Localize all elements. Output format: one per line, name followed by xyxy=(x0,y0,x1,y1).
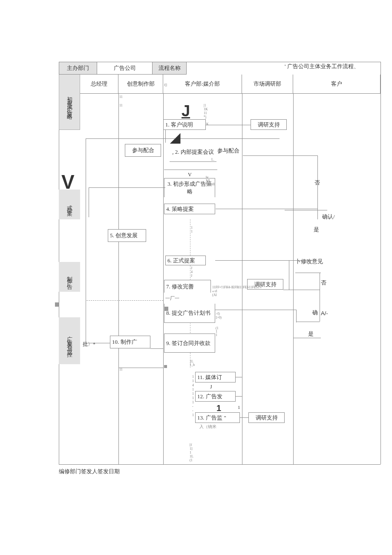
noise: J 4 J xyxy=(191,266,193,278)
col-research: 市场调研部 xyxy=(242,75,293,94)
header-dept-value: 广告公司 xyxy=(97,62,153,75)
flow-diagram: 主办部门 广告公司 流程名称 ' 广告公司主体业务工作流程、 总经理 创意制作部… xyxy=(59,62,380,466)
noise: 11FF=!1FH4-IEFBl11FES11FES1V «-rl (Al xyxy=(212,285,262,297)
no-2: 否 xyxy=(321,279,326,287)
header-dept-label: 主办部门 xyxy=(59,62,97,75)
noise: 11 xyxy=(119,95,123,99)
decor-square-left xyxy=(55,302,59,307)
header-flow-value: ' 广告公司主体业务工作流程、 xyxy=(285,63,359,70)
yes-2: 是 xyxy=(308,330,314,338)
phase-proposal: 式提案 xyxy=(59,190,80,219)
end-label: 入（纳米 xyxy=(199,424,216,430)
noise: [f 1] 1 1L (1 xyxy=(190,443,193,462)
confirm-label: 确认/ xyxy=(322,213,335,221)
noise: K xyxy=(206,122,209,126)
noise: 1 1 xyxy=(191,226,193,233)
arrow-1: 1 xyxy=(216,403,221,413)
col-customer: 客户 xyxy=(293,75,380,94)
step-1: 1. 客户说明 xyxy=(163,119,206,130)
que: 确 xyxy=(312,309,318,316)
noise: 1 1 4 1 1 1 1 - - 1 xyxy=(192,375,194,417)
noise: (1 1 1 xyxy=(216,327,219,337)
step-4: 4. 策略提案 xyxy=(164,204,215,214)
col-creative: 创意制作部 xyxy=(118,75,163,94)
noise: >I) ]>0) xyxy=(216,312,222,319)
one-right: 1 xyxy=(238,405,240,410)
small-v: V xyxy=(188,172,192,178)
step-12: 12. 广告发 xyxy=(195,391,236,402)
av: A/- xyxy=(321,310,328,316)
yes-1: 是 xyxy=(314,226,319,233)
noise: f|] xyxy=(164,83,167,87)
step-9: 9. 签订合同并收款 xyxy=(164,334,215,353)
step-11: 11. 媒体订 xyxy=(195,372,236,382)
decor-sq-8 xyxy=(164,307,168,311)
col-client-media: 客户部:媒介部 xyxy=(163,75,242,94)
research-3: 调研支持 xyxy=(248,412,285,423)
phase-publish: 广告发布与监控 xyxy=(59,317,80,364)
approve-label: 批〉* xyxy=(83,341,95,348)
page: 主办部门 广告公司 流程名称 ' 广告公司主体业务工作流程、 总经理 创意制作部… xyxy=(0,0,392,555)
arrow-glyph: ◢ xyxy=(170,130,180,145)
noise: ht MI VIJ)tll xyxy=(206,176,215,186)
decor-sq-9 xyxy=(164,365,167,368)
phase-prelim: 初步形成广告策略 xyxy=(59,75,80,130)
noise: L. xyxy=(211,158,214,161)
dash3: 一厂一 xyxy=(165,295,179,302)
step-2: , 2. 内部提案会议 xyxy=(170,143,216,162)
research-1: 调研支持 xyxy=(251,119,287,130)
step-10: 10. 制作广 xyxy=(110,336,150,348)
footer-text: 编修部门签发人签发日期 xyxy=(59,468,120,475)
participate-right: 参与配合 xyxy=(217,147,239,155)
big-j: J xyxy=(182,102,190,120)
col-gm: 总经理 xyxy=(80,75,118,94)
small-j: J xyxy=(210,384,212,390)
noise: 1L 1_h xyxy=(190,360,195,367)
step-13: 13. 广告监" xyxy=(195,412,240,423)
step-5: 5. 创意发展 xyxy=(108,229,146,242)
revise-opinion: 卜修改意见 xyxy=(295,258,323,265)
step-6: 6. 正式提案 xyxy=(165,256,206,265)
noise: |1 1K 11 *j xyxy=(204,104,208,119)
phase-make: 制作广告 xyxy=(59,262,80,292)
step-8: 8. 提交广告计划书 xyxy=(164,304,215,323)
participate-left: 参与配合 xyxy=(125,144,161,157)
noise: 11 xyxy=(119,104,123,107)
noise: 11 xyxy=(119,368,123,371)
header-flow-label: 流程名称 xyxy=(153,62,187,75)
step-7: 7. 修改完善 xyxy=(164,280,211,293)
